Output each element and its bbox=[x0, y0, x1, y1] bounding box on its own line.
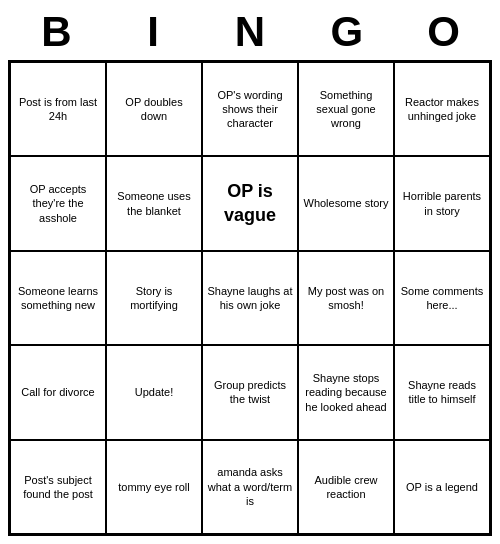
bingo-cell-19[interactable]: Shayne reads title to himself bbox=[394, 345, 490, 439]
bingo-cell-9[interactable]: Horrible parents in story bbox=[394, 156, 490, 250]
bingo-cell-18[interactable]: Shayne stops reading because he looked a… bbox=[298, 345, 394, 439]
bingo-title: B I N G O bbox=[8, 8, 492, 56]
bingo-cell-22[interactable]: amanda asks what a word/term is bbox=[202, 440, 298, 534]
bingo-cell-21[interactable]: tommy eye roll bbox=[106, 440, 202, 534]
bingo-cell-13[interactable]: My post was on smosh! bbox=[298, 251, 394, 345]
bingo-grid: Post is from last 24hOP doubles downOP's… bbox=[8, 60, 492, 536]
letter-n: N bbox=[206, 8, 294, 56]
bingo-cell-14[interactable]: Some comments here... bbox=[394, 251, 490, 345]
letter-b: B bbox=[12, 8, 100, 56]
bingo-cell-6[interactable]: Someone uses the blanket bbox=[106, 156, 202, 250]
bingo-cell-15[interactable]: Call for divorce bbox=[10, 345, 106, 439]
letter-i: I bbox=[109, 8, 197, 56]
letter-o: O bbox=[400, 8, 488, 56]
bingo-cell-7[interactable]: OP is vague bbox=[202, 156, 298, 250]
bingo-cell-2[interactable]: OP's wording shows their character bbox=[202, 62, 298, 156]
bingo-cell-1[interactable]: OP doubles down bbox=[106, 62, 202, 156]
bingo-cell-16[interactable]: Update! bbox=[106, 345, 202, 439]
bingo-cell-0[interactable]: Post is from last 24h bbox=[10, 62, 106, 156]
letter-g: G bbox=[303, 8, 391, 56]
bingo-cell-17[interactable]: Group predicts the twist bbox=[202, 345, 298, 439]
bingo-cell-8[interactable]: Wholesome story bbox=[298, 156, 394, 250]
bingo-cell-12[interactable]: Shayne laughs at his own joke bbox=[202, 251, 298, 345]
bingo-cell-4[interactable]: Reactor makes unhinged joke bbox=[394, 62, 490, 156]
bingo-cell-24[interactable]: OP is a legend bbox=[394, 440, 490, 534]
bingo-cell-10[interactable]: Someone learns something new bbox=[10, 251, 106, 345]
bingo-cell-20[interactable]: Post's subject found the post bbox=[10, 440, 106, 534]
bingo-cell-3[interactable]: Something sexual gone wrong bbox=[298, 62, 394, 156]
bingo-cell-11[interactable]: Story is mortifying bbox=[106, 251, 202, 345]
bingo-cell-23[interactable]: Audible crew reaction bbox=[298, 440, 394, 534]
bingo-cell-5[interactable]: OP accepts they're the asshole bbox=[10, 156, 106, 250]
